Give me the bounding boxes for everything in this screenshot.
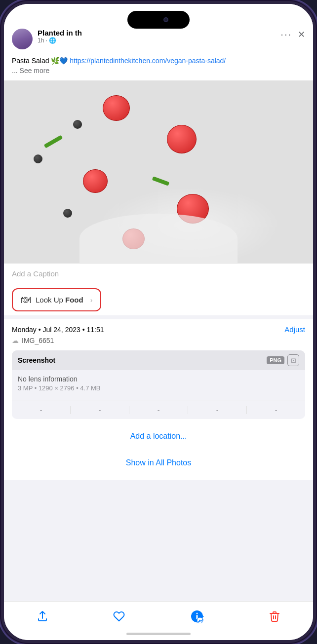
- dynamic-island: [127, 11, 190, 29]
- see-more-label[interactable]: ... See more: [12, 67, 49, 75]
- add-location-button[interactable]: Add a location...: [12, 425, 305, 448]
- info-card-title: Screenshot: [18, 356, 55, 364]
- share-icon: [37, 610, 48, 622]
- divider-2: -: [71, 406, 129, 414]
- divider-1: -: [12, 406, 71, 414]
- photo-filename-row: ☁ IMG_6651: [12, 337, 305, 344]
- divider-4: -: [188, 406, 247, 414]
- screen: Planted in th 1h · 🌐 ··· ✕ Pasta Salad 🌿…: [4, 4, 313, 640]
- lookup-container: 🍽 Look Up Food ›: [4, 284, 313, 315]
- avatar: [12, 29, 33, 49]
- tomato-1: [103, 95, 130, 121]
- divider-5: -: [247, 406, 305, 414]
- tomato-3: [83, 169, 108, 193]
- food-icon: 🍽: [21, 294, 31, 305]
- favorite-button[interactable]: [105, 608, 133, 624]
- info-card-header: Screenshot PNG ⊡: [12, 350, 305, 370]
- show-in-all-photos-button[interactable]: Show in All Photos: [12, 452, 305, 474]
- show-all-photos-section: Show in All Photos: [12, 452, 305, 474]
- veggie-2: [152, 176, 170, 186]
- veggie-1: [44, 135, 63, 149]
- post-caption: Pasta Salad 🌿💙: [12, 57, 68, 65]
- info-button[interactable]: i: [182, 607, 212, 625]
- food-image: [4, 80, 313, 263]
- content-area[interactable]: Planted in th 1h · 🌐 ··· ✕ Pasta Salad 🌿…: [4, 4, 313, 601]
- lookup-text: Look Up Food: [36, 296, 83, 304]
- olive-3: [73, 120, 82, 129]
- camera-button[interactable]: ⊡: [287, 354, 299, 366]
- lookup-food-button[interactable]: 🍽 Look Up Food ›: [12, 288, 101, 311]
- trash-icon: [269, 610, 280, 622]
- info-card-badges: PNG ⊡: [267, 354, 299, 366]
- bowl-edge: [79, 214, 238, 263]
- post-time: 1h · 🌐: [38, 37, 276, 44]
- delete-button[interactable]: [261, 608, 288, 624]
- share-button[interactable]: [29, 608, 56, 624]
- svg-point-1: [196, 613, 198, 614]
- filename: IMG_6651: [22, 337, 54, 344]
- camera-dot: [163, 17, 168, 22]
- no-lens-label: No lens information: [18, 375, 299, 383]
- adjust-button[interactable]: Adjust: [284, 325, 305, 334]
- caption-area[interactable]: Add a Caption: [4, 263, 313, 284]
- post-meta: Planted in th 1h · 🌐: [38, 29, 276, 44]
- post-text: Pasta Salad 🌿💙 https://plantedinthekitch…: [4, 54, 313, 80]
- info-card-body: No lens information 3 MP • 1290 × 2796 •…: [12, 370, 305, 397]
- info-card: Screenshot PNG ⊡ No lens information 3 M…: [12, 350, 305, 419]
- post-header-actions: ··· ✕: [280, 29, 305, 40]
- home-indicator: [126, 633, 191, 635]
- photo-specs: 3 MP • 1290 × 2796 • 4.7 MB: [18, 384, 299, 392]
- divider-3: -: [129, 406, 188, 414]
- avatar-image: [12, 29, 33, 49]
- dividers-row: - - - - -: [12, 401, 305, 419]
- close-button[interactable]: ✕: [298, 29, 305, 40]
- phone-frame: Planted in th 1h · 🌐 ··· ✕ Pasta Salad 🌿…: [0, 0, 317, 644]
- olive-2: [63, 209, 72, 218]
- olive-1: [34, 154, 42, 163]
- photo-date-row: Monday • Jul 24, 2023 • 11:51 Adjust: [12, 325, 305, 334]
- photo-info: Monday • Jul 24, 2023 • 11:51 Adjust ☁ I…: [4, 319, 313, 480]
- heart-icon: [113, 610, 125, 622]
- png-badge: PNG: [267, 356, 284, 364]
- tomato-2: [167, 125, 197, 153]
- caption-placeholder[interactable]: Add a Caption: [12, 269, 59, 278]
- camera-icon: ⊡: [291, 357, 296, 364]
- more-options-icon[interactable]: ···: [280, 29, 292, 40]
- cloud-icon: ☁: [12, 337, 19, 344]
- post-link[interactable]: https://plantedinthekitchen.com/vegan-pa…: [70, 57, 226, 65]
- pasta-overlay: [4, 80, 313, 263]
- photo-date: Monday • Jul 24, 2023 • 11:51: [12, 326, 104, 334]
- post-username: Planted in th: [38, 29, 276, 37]
- action-section: Add a location...: [12, 425, 305, 448]
- chevron-right-icon: ›: [90, 296, 93, 304]
- info-icon: i: [190, 609, 204, 623]
